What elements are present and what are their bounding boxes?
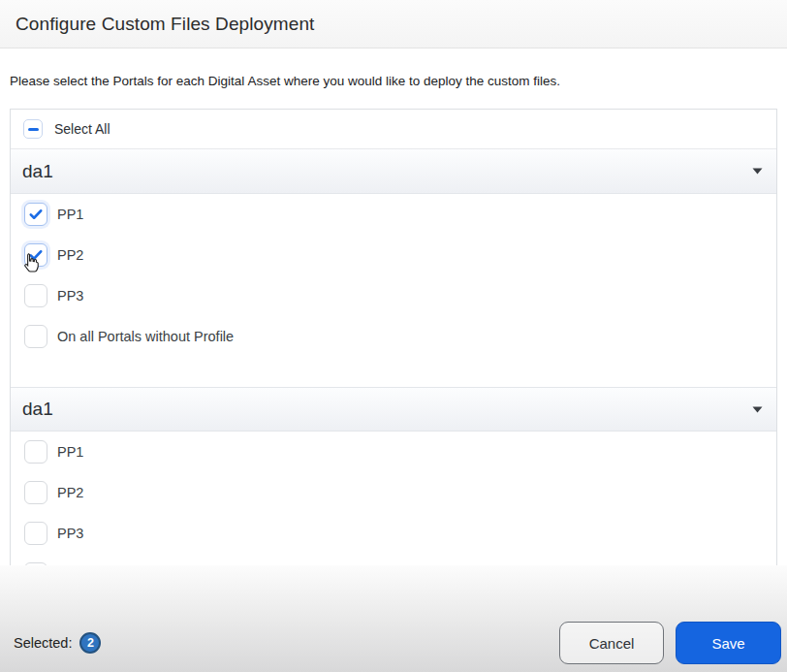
chevron-down-icon xyxy=(752,168,763,175)
portal-row-pp3-2[interactable]: PP3 xyxy=(11,513,776,554)
chevron-down-icon xyxy=(752,406,763,413)
portal-label: PP3 xyxy=(57,288,83,304)
checkbox-pp2[interactable] xyxy=(24,243,47,267)
portal-label: PP1 xyxy=(57,444,83,460)
check-icon xyxy=(27,246,45,264)
portal-row-all-portals[interactable]: On all Portals without Profile xyxy=(11,316,776,357)
save-button[interactable]: Save xyxy=(676,622,781,664)
checkbox-pp3[interactable] xyxy=(24,284,47,307)
group-2-rows: PP1 PP2 PP3 On all Portals without Profi… xyxy=(11,432,776,565)
portal-label: PP3 xyxy=(57,526,83,541)
portal-label: PP1 xyxy=(57,207,83,222)
portal-row-pp2[interactable]: PP2 xyxy=(11,235,776,275)
select-all-checkbox[interactable] xyxy=(23,119,43,139)
cancel-button[interactable]: Cancel xyxy=(559,622,664,664)
portal-row-pp1[interactable]: PP1 xyxy=(11,194,776,235)
dialog-header: Configure Custom Files Deployment xyxy=(0,0,787,48)
check-icon xyxy=(27,206,45,223)
checkbox-pp2-2[interactable] xyxy=(24,481,47,504)
group-header-da1-2[interactable]: da1 xyxy=(11,387,776,432)
deployment-dialog: Configure Custom Files Deployment Please… xyxy=(0,0,787,672)
group-spacer xyxy=(11,357,776,387)
dialog-description: Please select the Portals for each Digit… xyxy=(10,74,775,88)
portal-row-all-portals-2-clipped[interactable]: On all Portals without Profile xyxy=(11,554,776,565)
checkbox-pp1-2[interactable] xyxy=(24,440,47,464)
indeterminate-dash-icon xyxy=(28,128,39,131)
selected-summary: Selected: 2 xyxy=(14,632,101,654)
group-1-rows: PP1 PP2 PP3 On all Portals without Profi… xyxy=(11,194,776,357)
portal-label: PP2 xyxy=(57,247,83,263)
group-name: da1 xyxy=(22,161,53,182)
group-name: da1 xyxy=(22,399,53,420)
checkbox-all-portals[interactable] xyxy=(24,325,47,348)
dialog-footer xyxy=(0,565,787,672)
selected-label: Selected: xyxy=(14,635,72,651)
portal-row-pp2-2[interactable]: PP2 xyxy=(11,472,776,513)
portal-row-pp1-2[interactable]: PP1 xyxy=(11,432,776,472)
selected-count-badge: 2 xyxy=(79,632,101,654)
checkbox-pp1[interactable] xyxy=(24,203,47,226)
select-all-label: Select All xyxy=(54,121,110,137)
group-header-da1-1[interactable]: da1 xyxy=(11,149,776,194)
portal-row-pp3[interactable]: PP3 xyxy=(11,275,776,316)
portal-selection-list: Select All da1 PP1 xyxy=(10,109,777,565)
portal-label: On all Portals without Profile xyxy=(57,329,234,344)
select-all-row[interactable]: Select All xyxy=(11,110,776,149)
dialog-title: Configure Custom Files Deployment xyxy=(16,14,314,35)
portal-label: PP2 xyxy=(57,485,83,500)
checkbox-pp3-2[interactable] xyxy=(24,522,47,545)
